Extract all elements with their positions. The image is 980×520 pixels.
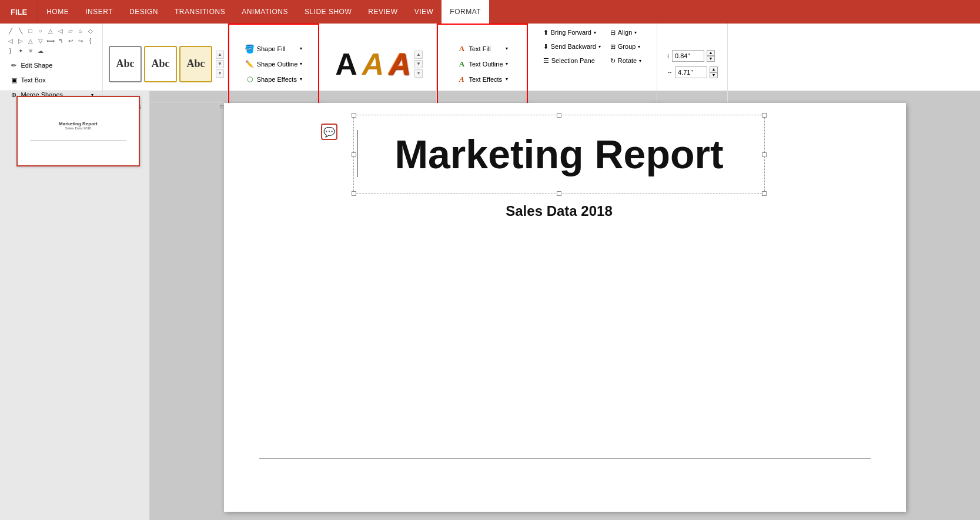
style-preset-2[interactable]: Abc xyxy=(144,46,177,82)
scroll-down-btn[interactable]: ▼ xyxy=(216,60,224,68)
slide-panel: 1 ★ Marketing Report Sales Data 2018 xyxy=(0,91,150,520)
circle-icon[interactable]: ○ xyxy=(36,26,45,35)
height-spin: ▲ ▼ xyxy=(707,50,715,62)
parallelogram-icon[interactable]: ▱ xyxy=(66,26,75,35)
wordart-styles-group: A A A ▲ ▼ ▾ WordArt Styles ⊡ xyxy=(319,24,437,114)
slide-thumbnail-1[interactable]: 1 ★ Marketing Report Sales Data 2018 xyxy=(4,96,146,166)
style-preset-3[interactable]: Abc xyxy=(179,46,212,82)
height-input[interactable] xyxy=(672,50,704,62)
wordart-a-emboss[interactable]: A xyxy=(389,49,411,79)
bring-forward-dropdown: ▾ xyxy=(594,30,596,35)
shape-effects-icon: ⬡ xyxy=(245,75,255,84)
text-box-btn[interactable]: ▣ Text Box xyxy=(6,73,97,87)
send-backward-btn[interactable]: ⬇ Send Backward ▾ xyxy=(540,40,604,53)
handle-mr[interactable] xyxy=(762,152,767,157)
workspace: 1 ★ Marketing Report Sales Data 2018 💬 xyxy=(0,91,980,520)
width-spin-down[interactable]: ▼ xyxy=(710,72,718,78)
double-arrow-icon[interactable]: ⟺ xyxy=(46,36,55,45)
title-textbox[interactable]: Marketing Report xyxy=(353,115,765,194)
text-effects-btn[interactable]: A Text Effects ▾ xyxy=(453,72,511,86)
tab-animations[interactable]: ANIMATIONS xyxy=(233,0,296,24)
slide-canvas[interactable]: 💬 Marketing Report Sales Data 2018 xyxy=(224,103,906,512)
text-cursor xyxy=(357,130,357,177)
tab-review[interactable]: REVIEW xyxy=(360,0,406,24)
rect-icon[interactable]: □ xyxy=(26,26,35,35)
selection-handles xyxy=(354,115,764,194)
selection-pane-icon: ☰ xyxy=(543,57,549,65)
width-spin-up[interactable]: ▲ xyxy=(710,66,718,72)
arrow-right-icon[interactable]: ▷ xyxy=(16,36,25,45)
handle-tl[interactable] xyxy=(352,113,356,118)
tab-design[interactable]: DESIGN xyxy=(121,0,166,24)
shape-styles-expand-icon[interactable]: ⊡ xyxy=(220,104,224,109)
shape-fill-btn[interactable]: 🪣 Shape Fill ▾ xyxy=(242,42,306,56)
bent-arrow-icon[interactable]: ↰ xyxy=(56,36,65,45)
scroll-up-btn[interactable]: ▲ xyxy=(216,51,224,59)
wordart-a-black[interactable]: A xyxy=(335,49,357,79)
width-icon: ↔ xyxy=(667,69,673,75)
handle-tc[interactable] xyxy=(557,113,561,118)
handle-tr[interactable] xyxy=(762,113,767,118)
edit-shape-btn[interactable]: ✏ Edit Shape xyxy=(6,58,97,72)
tab-format[interactable]: FORMAT xyxy=(441,0,489,24)
tab-view[interactable]: VIEW xyxy=(406,0,442,24)
scroll-expand-btn[interactable]: ▾ xyxy=(216,69,224,78)
file-tab[interactable]: FILE xyxy=(0,0,38,24)
rtriangle-icon[interactable]: ◁ xyxy=(56,26,65,35)
rotate-btn[interactable]: ↻ Rotate ▾ xyxy=(607,54,645,67)
selection-pane-btn[interactable]: ☰ Selection Pane xyxy=(540,54,604,67)
thumb-line xyxy=(30,141,127,141)
align-btn[interactable]: ⊟ Align ▾ xyxy=(607,26,645,39)
bring-forward-icon: ⬆ xyxy=(543,29,548,36)
group-btn[interactable]: ⊞ Group ▾ xyxy=(607,40,645,53)
handle-bl[interactable] xyxy=(352,191,356,196)
bring-forward-btn[interactable]: ⬆ Bring Forward ▾ xyxy=(540,26,604,39)
group-dropdown: ▾ xyxy=(638,44,640,49)
tab-slideshow[interactable]: SLIDE SHOW xyxy=(296,0,360,24)
arrow-down-icon[interactable]: ▽ xyxy=(36,36,45,45)
slide-thumb-inner: Marketing Report Sales Data 2018 xyxy=(16,96,140,166)
comment-bubble[interactable]: 💬 xyxy=(321,124,337,140)
curved-arrow-icon[interactable]: ↩ xyxy=(66,36,75,45)
wordart-scroll-up[interactable]: ▲ xyxy=(414,51,423,59)
star-icon[interactable]: ✦ xyxy=(16,46,25,55)
text-effects-dropdown-icon: ▾ xyxy=(506,76,508,82)
arrow-up-icon[interactable]: △ xyxy=(26,36,35,45)
text-outline-btn[interactable]: A Text Outline ▾ xyxy=(453,57,511,71)
text-fill-icon: A xyxy=(457,44,466,54)
height-spin-up[interactable]: ▲ xyxy=(707,50,715,56)
line-icon[interactable]: ╱ xyxy=(6,26,15,35)
wordart-scroll-expand[interactable]: ▾ xyxy=(414,69,423,78)
diagonal-icon[interactable]: ╲ xyxy=(16,26,25,35)
shape-outline-dropdown-icon: ▾ xyxy=(300,61,302,66)
sun-icon[interactable]: ✳ xyxy=(26,46,35,55)
triangle-icon[interactable]: △ xyxy=(46,26,55,35)
shape-effects-btn[interactable]: ⬡ Shape Effects ▾ xyxy=(242,72,306,86)
curved-right-icon[interactable]: ↪ xyxy=(76,36,85,45)
wordart-a-gold[interactable]: A xyxy=(362,49,384,79)
arrow-left-icon[interactable]: ◁ xyxy=(6,36,15,45)
wordart-scroll-down[interactable]: ▼ xyxy=(414,60,423,68)
height-spin-down[interactable]: ▼ xyxy=(707,56,715,62)
shape-options-group: 🪣 Shape Fill ▾ ✏️ Shape Outline ▾ ⬡ Shap… xyxy=(228,24,319,114)
shape-outline-btn[interactable]: ✏️ Shape Outline ▾ xyxy=(242,57,306,71)
handle-ml[interactable] xyxy=(352,152,356,157)
text-options-group: A Text Fill ▾ A Text Outline ▾ A Text Ef… xyxy=(437,24,528,114)
thumb-subtitle: Sales Data 2018 xyxy=(65,126,91,130)
trapezoid-icon[interactable]: ⌂ xyxy=(76,26,85,35)
tab-transitions[interactable]: TRANSITIONS xyxy=(166,0,233,24)
wordart-scroll: ▲ ▼ ▾ xyxy=(414,51,423,78)
style-preset-1[interactable]: Abc xyxy=(109,46,142,82)
tab-insert[interactable]: INSERT xyxy=(77,0,121,24)
tab-home[interactable]: HOME xyxy=(38,0,77,24)
brace-left-icon[interactable]: { xyxy=(86,36,95,45)
brace-right-icon[interactable]: } xyxy=(6,46,15,55)
width-input[interactable] xyxy=(675,66,707,78)
menu-bar: FILE HOME INSERT DESIGN TRANSITIONS ANIM… xyxy=(0,0,980,24)
diamond-icon[interactable]: ◇ xyxy=(86,26,95,35)
group-icon: ⊞ xyxy=(610,43,616,51)
handle-br[interactable] xyxy=(762,191,767,196)
text-fill-btn[interactable]: A Text Fill ▾ xyxy=(453,42,511,56)
handle-bc[interactable] xyxy=(557,191,561,196)
callout-icon[interactable]: ☁ xyxy=(36,46,45,55)
